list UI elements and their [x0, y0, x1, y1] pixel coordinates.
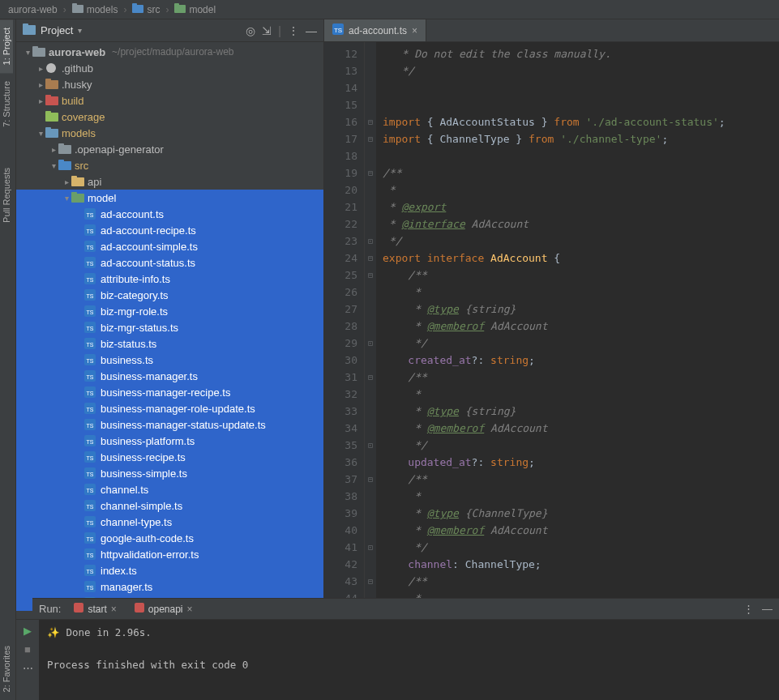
line-gutter[interactable]: 1213141516171819202122232425262728293031…	[324, 42, 365, 619]
tree-arrow-icon[interactable]: ▸	[36, 64, 45, 73]
tree-file[interactable]: TSbiz-status.ts	[16, 335, 323, 352]
rail-tab-project[interactable]: 1: Project	[0, 19, 13, 73]
svg-rect-7	[23, 23, 28, 28]
tree-arrow-icon[interactable]: ▸	[62, 177, 71, 186]
editor-tab-label: ad-account.ts	[349, 25, 407, 36]
code-content[interactable]: * Do not edit the class manually. */ imp…	[376, 42, 779, 619]
tree-arrow-icon[interactable]: ▾	[23, 48, 32, 57]
tree-arrow-icon[interactable]: ▸	[49, 145, 58, 154]
rail-tab-favorites[interactable]: 2: Favorites	[0, 638, 13, 700]
ts-icon: TS	[84, 451, 97, 463]
tree-folder[interactable]: ▾models	[16, 125, 323, 141]
tree-file[interactable]: TSbusiness-manager-status-update.ts	[16, 416, 323, 433]
more-icon[interactable]: ⋯	[23, 662, 33, 674]
tree-file[interactable]: TSbusiness-platform.ts	[16, 433, 323, 449]
tree-file[interactable]: TSad-account-recipe.ts	[16, 222, 323, 238]
tree-label: business-manager.ts	[101, 370, 198, 382]
close-icon[interactable]: ×	[412, 25, 417, 36]
minimize-icon[interactable]: —	[762, 603, 773, 615]
tree-arrow-icon[interactable]: ▾	[36, 129, 45, 138]
panel-title-text[interactable]: Project	[41, 24, 73, 36]
ts-icon: TS	[84, 484, 97, 495]
crumb[interactable]: aurora-web	[8, 4, 58, 15]
tree-file[interactable]: TSbusiness-manager-role-update.ts	[16, 400, 323, 416]
tree-label: coverage	[62, 111, 105, 123]
tree-path-suffix: ~/project/madup/aurora-web	[112, 46, 233, 58]
tree-file[interactable]: TSbusiness-manager-recipe.ts	[16, 384, 323, 400]
tree-label: business-manager-role-update.ts	[101, 403, 255, 415]
left-tool-rail: 1: Project 7: Structure Pull Requests 2:…	[0, 19, 16, 700]
ts-icon: TS	[84, 565, 97, 576]
ts-file-icon: TS	[332, 23, 344, 37]
tree-file[interactable]: TSad-account-simple.ts	[16, 238, 323, 254]
svg-text:TS: TS	[87, 342, 94, 348]
tree-file[interactable]: TSchannel-simple.ts	[16, 497, 323, 514]
tree-folder[interactable]: ▸.husky	[16, 76, 323, 92]
tree-file[interactable]: TSbiz-category.ts	[16, 287, 323, 303]
tree-folder[interactable]: ▸.openapi-generator	[16, 141, 323, 157]
tree-label: channel-simple.ts	[101, 500, 182, 512]
editor-tab[interactable]: TS ad-account.ts ×	[324, 19, 426, 41]
gear-icon[interactable]: ⋮	[743, 603, 754, 615]
tree-arrow-icon[interactable]: ▾	[62, 194, 71, 203]
target-icon[interactable]: ◎	[246, 24, 255, 37]
tree-file[interactable]: TSattribute-info.ts	[16, 271, 323, 287]
svg-text:TS: TS	[87, 536, 94, 542]
tree-label: business-manager-status-update.ts	[101, 419, 266, 431]
run-tab-openapi[interactable]: openapi ×	[130, 601, 198, 617]
tree-folder[interactable]: ▸.github	[16, 60, 323, 76]
stop-icon[interactable]: ■	[24, 643, 31, 655]
project-tree[interactable]: ▾aurora-web~/project/madup/aurora-web▸.g…	[16, 42, 323, 619]
tree-arrow-icon[interactable]: ▸	[36, 96, 45, 105]
rail-tab-structure[interactable]: 7: Structure	[0, 73, 13, 135]
tree-folder[interactable]: ▸api	[16, 173, 323, 190]
crumb[interactable]: src	[147, 4, 160, 15]
breadcrumb-sep: ›	[165, 4, 169, 15]
close-icon[interactable]: ×	[187, 604, 193, 615]
rail-tab-pull-requests[interactable]: Pull Requests	[0, 160, 13, 231]
ts-icon: TS	[84, 419, 97, 430]
tree-file[interactable]: TSbiz-mgr-role.ts	[16, 303, 323, 319]
tree-folder[interactable]: ▾aurora-web~/project/madup/aurora-web	[16, 44, 323, 60]
tree-folder[interactable]: ▾src	[16, 157, 323, 173]
close-icon[interactable]: ×	[111, 604, 117, 615]
tree-file[interactable]: TSchannel-type.ts	[16, 514, 323, 530]
tree-file[interactable]: TSmanager.ts	[16, 578, 323, 595]
tree-folder[interactable]: ▸build	[16, 92, 323, 109]
tree-file[interactable]: TSbusiness.ts	[16, 352, 323, 368]
tree-file[interactable]: TSbusiness-recipe.ts	[16, 449, 323, 465]
svg-text:TS: TS	[87, 585, 94, 591]
collapse-icon[interactable]: ⇲	[262, 24, 272, 37]
svg-text:TS: TS	[87, 212, 94, 218]
play-icon[interactable]: ▶	[24, 625, 32, 637]
run-output[interactable]: ✨ Done in 2.96s. Process finished with e…	[39, 620, 779, 700]
crumb[interactable]: model	[189, 4, 216, 15]
tree-label: business-recipe.ts	[101, 451, 186, 463]
svg-rect-14	[45, 95, 51, 99]
tree-file[interactable]: TSad-account-status.ts	[16, 254, 323, 271]
crumb[interactable]: models	[87, 4, 118, 15]
chevron-down-icon[interactable]: ▾	[78, 26, 82, 35]
tree-file[interactable]: TSchannel.ts	[16, 481, 323, 497]
ts-icon: TS	[84, 208, 97, 220]
tree-folder[interactable]: coverage	[16, 109, 323, 125]
tree-file[interactable]: TSbusiness-simple.ts	[16, 465, 323, 481]
ts-icon: TS	[84, 403, 97, 414]
tree-arrow-icon[interactable]: ▸	[36, 80, 45, 89]
tree-folder[interactable]: ▾model	[16, 190, 323, 206]
tree-arrow-icon[interactable]: ▾	[49, 161, 58, 170]
github-icon	[45, 62, 58, 74]
tree-file[interactable]: TSbusiness-manager.ts	[16, 368, 323, 384]
tree-file[interactable]: TShttpvalidation-error.ts	[16, 546, 323, 562]
fold-column[interactable]: ⊟⊟⊟⊡⊟⊟⊡⊟⊡⊟⊡⊟⊡	[365, 42, 376, 619]
svg-text:TS: TS	[87, 423, 94, 429]
run-tab-start[interactable]: start ×	[69, 601, 121, 617]
tree-file[interactable]: TSbiz-mgr-status.ts	[16, 319, 323, 335]
tree-file[interactable]: TSgoogle-auth-code.ts	[16, 530, 323, 546]
svg-text:TS: TS	[87, 439, 94, 445]
svg-text:TS: TS	[87, 358, 94, 364]
tree-file[interactable]: TSindex.ts	[16, 562, 323, 578]
gear-icon[interactable]: ⋮	[288, 24, 299, 37]
minimize-icon[interactable]: —	[306, 24, 317, 37]
tree-file[interactable]: TSad-account.ts	[16, 206, 323, 222]
